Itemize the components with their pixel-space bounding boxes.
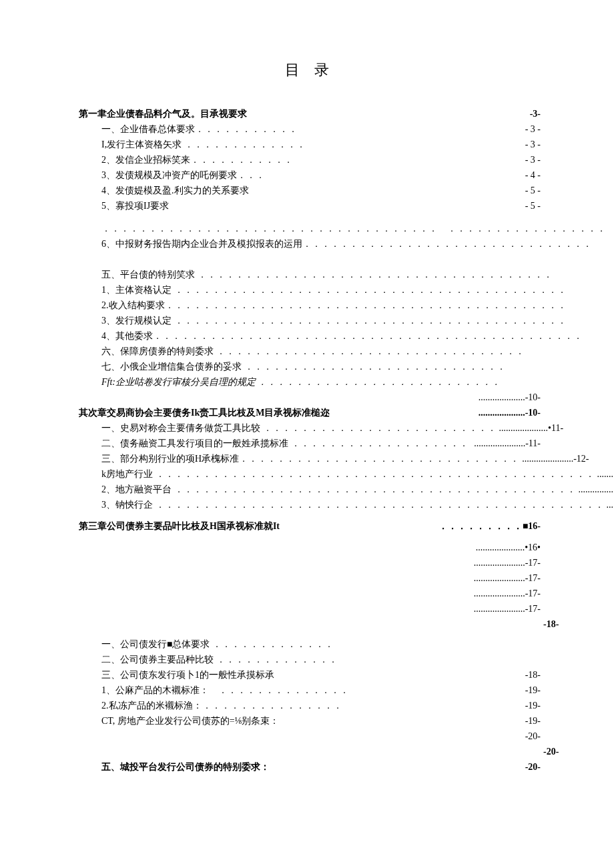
toc-page-number: ....................-10- [476,406,541,420]
toc-entry-label: 第一聿企业债春品料介气及。目承视要求 [79,107,247,121]
toc-line: 二、公司债券主要品种比较 ．．．．．．．．．．．．． [79,653,541,667]
toc-page-number: ......................-17- [471,571,541,586]
toc-entry-label: 2、发信企业招标笑来．．．．．．．．．．． [101,153,293,167]
toc-entry-label: I,发行主体资格矢求 ．．．．．．．．．．．．． [101,137,306,152]
toc-entry-label: 2、地方融资平台 ．．．．．．．．．．．．．．．．．．．．．．．．．．．．．．．… [101,482,576,497]
toc-entry-label: 3、发行规模认定 ．．．．．．．．．．．．．．．．．．．．．．．．．．．．．．．… [101,314,567,328]
toc-page-number: -19- [523,714,541,729]
toc-line: 第三章公司债券主要品叶比枝及H国承视标准就It．．．．．．．．．■16- [79,519,541,534]
toc-entry-label: 七、小俄企业增信集合债券的妥求 ．．．．．．．．．．．．．．．．．．．．．．．．… [101,360,506,374]
toc-entry-label: 3、钠怏行企 ．．．．．．．．．．．．．．．．．．．．．．．．．．．．．．．．．… [101,498,604,512]
toc-page-number: ......................-12- [519,452,589,466]
toc-line: 3、发债规模及冲资产的吒例要求．．．- 4 - [79,168,541,183]
toc-line: k房地产行业 ．．．．．．．．．．．．．．．．．．．．．．．．．．．．．．．．．… [79,467,541,482]
toc-page-number: -20- [523,760,541,775]
toc-page-number: ......................-17- [471,586,541,601]
toc-line: ．．．．．．．．．．．．．．．．．．．．．．．．．．．．．．．．．．．． ．．．… [79,222,541,236]
toc-entry-label: 五、平台债的特别笑求 ．．．．．．．．．．．．．．．．．．．．．．．．．．．．．… [101,268,553,282]
toc-page-number: ......................-17- [471,602,541,616]
table-of-contents: 第一聿企业债春品料介气及。目承视要求-3-一、企业借春总体要求．．．．．．．．．… [79,107,541,775]
toc-line: 5、寡投项IJ要求- 5 - [79,199,541,213]
toc-entry-label: 1、主体资格认定 ．．．．．．．．．．．．．．．．．．．．．．．．．．．．．．．… [101,283,567,298]
toc-line: ......................-17- [79,602,541,616]
toc-entry-label: 三、公司债东发行项卜1的一般性承摸标承 [101,668,274,683]
toc-page-number: .....................•16• [473,540,541,555]
toc-page-number: .....................•11- [497,421,564,436]
toc-line: 3、钠怏行企 ．．．．．．．．．．．．．．．．．．．．．．．．．．．．．．．．．… [79,498,541,512]
toc-entry-label: 4、其他委求．．．．．．．．．．．．．．．．．．．．．．．．．．．．．．．．．．… [101,329,583,344]
toc-entry-label: ．．．．．．．．．．．．．．．．．．．．．．．．．．．．．．．．．．．． ．．．… [101,222,614,236]
toc-page-number: - 3 - [523,122,541,137]
toc-line: 一、企业借春总体要求．．．．．．．．．．．- 3 - [79,122,541,137]
toc-entry-label: 三、部分构别行业的项H承槐标准．．．．．．．．．．．．．．．．．．．．．．．．．… [101,452,519,466]
toc-entry-label: k房地产行业 ．．．．．．．．．．．．．．．．．．．．．．．．．．．．．．．．．… [101,467,595,482]
toc-page-number: -20- [523,729,541,744]
toc-page-number: ......................-14- [604,498,615,512]
toc-line: -20- [79,729,541,744]
toc-line: 六、保障房债券的特则委求 ．．．．．．．．．．．．．．．．．．．．．．．．．．．… [79,344,541,359]
toc-line: ....................-10- [79,390,541,405]
toc-page-number: - 3 - [523,137,541,152]
toc-line: ......................-17- [79,586,541,601]
spacer [79,632,541,636]
spacer [79,534,541,540]
toc-page-number: ．．．．．．．．．■16- [436,519,541,534]
toc-line: 七、小俄企业增信集合债券的妥求 ．．．．．．．．．．．．．．．．．．．．．．．．… [79,360,541,374]
toc-line: 2、发信企业招标笑来．．．．．．．．．．．- 3 - [79,153,541,167]
toc-entry-label: 第三章公司债券主要品叶比枝及H国承视标准就It [79,519,280,534]
toc-line: 三、公司债东发行项卜1的一般性承摸标承-18- [79,668,541,683]
toc-entry-label: 二、债务融资工具发行项目的一般姓承揽标准 ．．．．．．．．．．．．．．．．．．． [101,436,469,451]
toc-line: 其次章交易商协会主要债务Ik赍工具比枝及M目承视标准槌迩............… [79,406,541,420]
toc-line: 一、公司债发行■总体要求 ．．．．．．．．．．．．． [79,637,541,652]
toc-line: .....................•16• [79,540,541,555]
toc-line: 二、债务融资工具发行项目的一般姓承揽标准 ．．．．．．．．．．．．．．．．．．．… [79,436,541,451]
toc-line: 1、公麻产品的木襯标准： ．．．．．．．．．．．．．．-19- [79,683,541,698]
toc-entry-label: CT, 房地产企业发行公司债苏的=⅛别条束： [101,714,279,729]
toc-entry-label: Fft:企业咕卷发行审核分吴自理的规定 ．．．．．．．．．．．．．．．．．．．．… [101,375,501,390]
toc-entry-label: 3、发债规模及冲资产的吒例要求．．． [101,168,265,183]
toc-line: 一、史易对称会主要倩务做货工具比较 ．．．．．．．．．．．．．．．．．．．．．．… [79,421,541,436]
toc-line: 3、发行规模认定 ．．．．．．．．．．．．．．．．．．．．．．．．．．．．．．．… [79,314,541,328]
toc-line: 五、城投平台发行公司债券的特别委求：-20- [79,760,541,775]
toc-entry-label: 六、保障房债券的特则委求 ．．．．．．．．．．．．．．．．．．．．．．．．．．．… [101,344,525,359]
toc-page-number: -18- [541,617,559,632]
toc-page-number: ......................-12- [595,467,615,482]
toc-line: 4、其他委求．．．．．．．．．．．．．．．．．．．．．．．．．．．．．．．．．．… [79,329,541,344]
spacer [79,214,541,221]
toc-line: ......................-17- [79,556,541,570]
toc-page-number: -3- [527,107,541,121]
toc-page-number: -18- [523,668,541,683]
toc-line: 五、平台债的特别笑求 ．．．．．．．．．．．．．．．．．．．．．．．．．．．．．… [79,268,541,282]
toc-line: 第一聿企业债春品料介气及。目承视要求-3- [79,107,541,121]
toc-page-number: ....................-10- [476,390,541,405]
toc-entry-label: 其次章交易商协会主要债务Ik赍工具比枝及M目承视标准槌迩 [79,406,330,420]
toc-entry-label: 一、企业借春总体要求．．．．．．．．．．． [101,122,298,137]
toc-entry-label: 6、中报财务报告期内企业合并及模拟报表的运用．．．．．．．．．．．．．．．．．．… [101,237,592,252]
toc-page-number: -19- [523,699,541,713]
toc-line: 三、部分构别行业的项H承槐标准．．．．．．．．．．．．．．．．．．．．．．．．．… [79,452,541,466]
toc-page-number: ......................-11- [471,436,541,451]
spacer [79,252,541,267]
toc-page-number: - 5 - [523,199,541,213]
toc-entry-label: 一、史易对称会主要倩务做货工具比较 ．．．．．．．．．．．．．．．．．．．．．．… [101,421,497,436]
toc-line: -18- [79,617,541,632]
toc-line: 1、主体资格认定 ．．．．．．．．．．．．．．．．．．．．．．．．．．．．．．．… [79,283,541,298]
toc-page-number: - 5 - [523,183,541,198]
toc-entry-label: 2.私冻产品的米襯标渔：．．．．．．．．．．．．．．． [101,699,342,713]
toc-page-number: - 3 - [523,153,541,167]
toc-page-number: .....................•13- [576,482,615,497]
toc-entry-label: 二、公司债券主要品种比较 ．．．．．．．．．．．．． [101,653,338,667]
toc-line: 2.私冻产品的米襯标渔：．．．．．．．．．．．．．．．-19- [79,699,541,713]
toc-line: -20- [79,745,541,759]
spacer [79,513,541,518]
toc-entry-label: 4、发债媞模及盈.利实力的关系要求 [101,183,249,198]
toc-entry-label: 一、公司债发行■总体要求 ．．．．．．．．．．．．． [101,637,334,652]
toc-page-number: - 4 - [523,168,541,183]
toc-page-number: ......................-17- [471,556,541,570]
toc-line: 2、地方融资平台 ．．．．．．．．．．．．．．．．．．．．．．．．．．．．．．．… [79,482,541,497]
toc-line: ......................-17- [79,571,541,586]
toc-line: CT, 房地产企业发行公司债苏的=⅛别条束：-19- [79,714,541,729]
toc-page-number: -19- [523,683,541,698]
toc-entry-label: 5、寡投项IJ要求 [101,199,169,213]
toc-entry-label: 1、公麻产品的木襯标准： ．．．．．．．．．．．．．． [101,683,349,698]
